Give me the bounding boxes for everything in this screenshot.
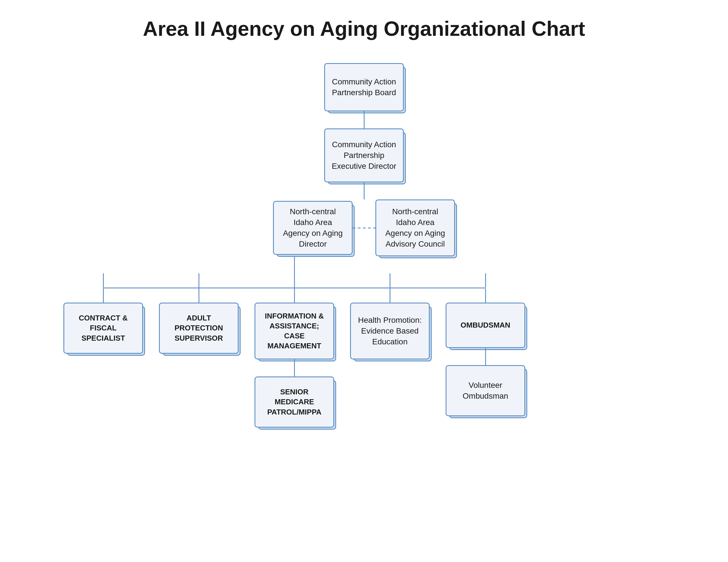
ombudsman-v-line2	[485, 288, 486, 302]
exec-level: Community Action Partnership Executive D…	[324, 129, 404, 200]
exec-to-director-line	[364, 183, 365, 200]
adult-label: ADULT PROTECTION SUPERVISOR	[166, 313, 232, 343]
advisory-connector: North-central Idaho Area Agency on Aging…	[353, 200, 455, 256]
ombudsman-to-volunteer-line	[485, 348, 486, 365]
children-row: CONTRACT & FISCAL SPECIALIST ADULT PROTE…	[55, 288, 533, 428]
health-v-line2	[390, 288, 390, 302]
director-to-children-line	[294, 256, 295, 273]
info-col: INFORMATION & ASSISTANCE; CASE MANAGEMEN…	[247, 288, 342, 428]
contract-label: CONTRACT & FISCAL SPECIALIST	[70, 313, 137, 343]
info-to-senior-line	[294, 359, 295, 376]
adult-node: ADULT PROTECTION SUPERVISOR	[159, 302, 239, 354]
director-advisory-row: North-central Idaho Area Agency on Aging…	[273, 200, 455, 256]
ombudsman-connector-col	[438, 273, 533, 287]
adult-col: ADULT PROTECTION SUPERVISOR	[151, 288, 247, 354]
board-label: Community Action Partnership Board	[331, 76, 397, 98]
contract-node: CONTRACT & FISCAL SPECIALIST	[63, 302, 143, 354]
health-node: Health Promotion: Evidence Based Educati…	[350, 302, 430, 359]
health-label: Health Promotion: Evidence Based Educati…	[357, 315, 423, 347]
health-connector-col	[342, 273, 438, 287]
senior-label: SENIOR MEDICARE PATROL/MIPPA	[261, 387, 328, 417]
ombudsman-v-line	[485, 273, 486, 287]
info-label: INFORMATION & ASSISTANCE; CASE MANAGEMEN…	[261, 311, 328, 351]
h-bar-row	[55, 273, 533, 287]
info-v-line	[294, 273, 295, 287]
director-col: North-central Idaho Area Agency on Aging…	[273, 201, 353, 255]
dashed-line	[353, 228, 375, 229]
board-node: Community Action Partnership Board	[324, 63, 404, 111]
info-connector-col	[247, 273, 342, 287]
ombudsman-label: OMBUDSMAN	[461, 320, 510, 330]
adult-v-line2	[198, 288, 199, 302]
volunteer-node: Volunteer Ombudsman	[446, 365, 525, 416]
adult-v-line	[198, 273, 199, 287]
info-node: INFORMATION & ASSISTANCE; CASE MANAGEMEN…	[255, 302, 334, 359]
advisory-node: North-central Idaho Area Agency on Aging…	[375, 200, 455, 256]
board-level: Community Action Partnership Board	[324, 63, 404, 129]
exec-node: Community Action Partnership Executive D…	[324, 129, 404, 183]
health-col: Health Promotion: Evidence Based Educati…	[342, 288, 438, 359]
senior-node: SENIOR MEDICARE PATROL/MIPPA	[255, 376, 334, 428]
contract-col: CONTRACT & FISCAL SPECIALIST	[55, 288, 151, 354]
contract-v-line2	[103, 288, 104, 302]
contract-connector-col	[55, 273, 151, 287]
board-to-exec-line	[364, 111, 365, 129]
ombudsman-col: OMBUDSMAN Volunteer Ombudsman	[438, 288, 533, 416]
children-connector: CONTRACT & FISCAL SPECIALIST ADULT PROTE…	[55, 273, 533, 428]
page-title: Area II Agency on Aging Organizational C…	[143, 17, 585, 40]
org-chart: Community Action Partnership Board Commu…	[11, 63, 717, 428]
adult-connector-col	[151, 273, 247, 287]
info-v-line2	[294, 288, 295, 302]
contract-v-line	[103, 273, 104, 287]
health-v-line	[390, 273, 390, 287]
director-label: North-central Idaho Area Agency on Aging…	[280, 206, 346, 249]
volunteer-label: Volunteer Ombudsman	[452, 380, 519, 401]
director-node: North-central Idaho Area Agency on Aging…	[273, 201, 353, 255]
advisory-label: North-central Idaho Area Agency on Aging…	[382, 206, 448, 249]
ombudsman-node: OMBUDSMAN	[446, 302, 525, 348]
exec-label: Community Action Partnership Executive D…	[331, 139, 397, 171]
